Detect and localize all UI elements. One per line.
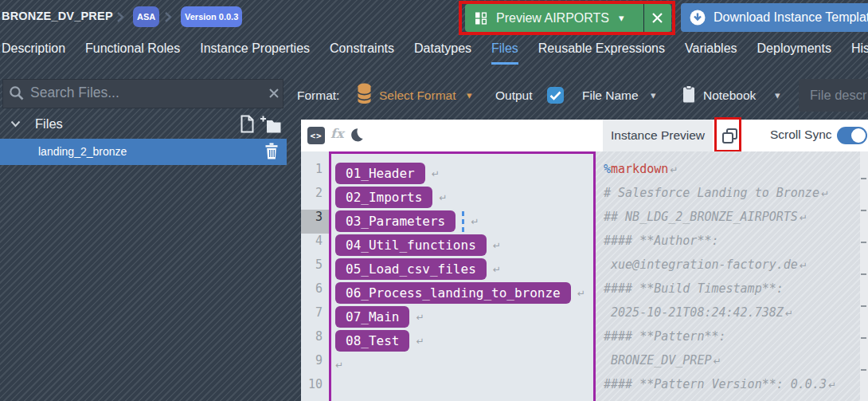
breadcrumb-chevron-icon	[116, 11, 124, 23]
line-number-2: 2	[301, 186, 329, 210]
line-number-3: 3	[301, 210, 329, 234]
tab-datatypes[interactable]: Datatypes	[414, 40, 471, 65]
cell-pill-06_process_landing_to_bronze[interactable]: 06_Process_landing_to_bronze	[335, 282, 571, 304]
clipboard-icon	[682, 85, 695, 103]
scroll-sync-toggle[interactable]	[837, 127, 867, 144]
preview-line-2: # Salesforce Landing to Bronze↵	[604, 186, 829, 210]
chevron-down-icon: ▾	[775, 89, 780, 101]
code-line-2: 02_Imports↵	[335, 187, 447, 208]
tab-constraints[interactable]: Constraints	[330, 40, 394, 65]
cell-pill-05_load_csv_files[interactable]: 05_Load_csv_files	[335, 258, 487, 280]
preview-token: #### **Pattern Version**: 0.0.3	[604, 377, 827, 391]
file-name-dropdown[interactable]: File Name	[582, 88, 639, 103]
code-line-6: 06_Process_landing_to_bronze↵	[335, 282, 585, 304]
return-symbol: ↵	[577, 288, 585, 299]
download-instance-template-button[interactable]: Download Instance Template	[681, 3, 868, 32]
scrollbar-mark	[861, 337, 866, 339]
scrollbar-mark	[861, 273, 866, 275]
line-number-9: 9	[301, 353, 329, 377]
select-format-dropdown[interactable]: Select Format	[379, 88, 456, 103]
files-tree-root[interactable]: Files	[35, 116, 63, 132]
new-file-icon[interactable]	[240, 115, 255, 133]
return-symbol: ↵	[670, 164, 678, 175]
scrollbar-mark	[861, 369, 866, 371]
cell-pill-03_parameters[interactable]: 03_Parameters	[335, 210, 456, 232]
file-description-placeholder: File descr	[810, 88, 867, 103]
preview-line-7: 2025-10-21T08:24:42.738Z↵	[604, 305, 793, 329]
download-icon	[689, 9, 706, 26]
preview-scrollbar[interactable]	[860, 151, 868, 401]
new-folder-icon[interactable]	[260, 116, 281, 133]
badge-version: Version 0.0.3	[181, 6, 242, 27]
chevron-down-icon: ▾	[467, 89, 472, 101]
return-symbol: ↵	[713, 356, 721, 367]
return-symbol: ↵	[800, 212, 807, 223]
cell-pill-04_util_functions[interactable]: 04_Util_functions	[335, 234, 487, 256]
preview-token: 2025-10-21T08:24:42.738Z	[604, 305, 784, 320]
function-icon[interactable]: fx	[330, 126, 343, 141]
dark-mode-moon-icon[interactable]	[348, 127, 365, 143]
cell-pill-01_header[interactable]: 01_Header	[335, 163, 425, 184]
scrollbar-mark	[861, 305, 866, 307]
breadcrumb-title[interactable]: BRONZE_DV_PREP	[2, 10, 113, 22]
preview-token: BRONZE_DV_PREP	[604, 353, 711, 368]
tab-functional-roles[interactable]: Functional Roles	[85, 40, 180, 65]
notebook-dropdown[interactable]: Notebook	[703, 88, 756, 103]
preview-token: #### **Build Timestamp**:	[604, 281, 784, 296]
trash-icon[interactable]	[264, 143, 279, 159]
page: BRONZE_DV_PREP ASA Version 0.0.3 Preview…	[0, 0, 868, 401]
code-line-3: 03_Parameters↵	[335, 210, 479, 232]
code-editor[interactable]: 01_Header↵02_Imports↵03_Parameters↵04_Ut…	[329, 151, 596, 401]
return-symbol: ↵	[439, 192, 447, 203]
return-symbol: ↵	[335, 360, 343, 371]
line-number-4: 4	[301, 234, 329, 258]
instance-preview-tab[interactable]: Instance Preview	[603, 120, 713, 151]
return-symbol: ↵	[785, 308, 793, 319]
line-number-7: 7	[301, 305, 329, 329]
check-icon	[549, 91, 561, 100]
cell-pill-08_test[interactable]: 08_Test	[335, 330, 409, 352]
code-line-8: 08_Test↵	[335, 330, 424, 352]
preview-token: %	[604, 162, 611, 176]
text-cursor	[462, 211, 464, 232]
tab-files[interactable]: Files	[491, 40, 518, 65]
line-number-1: 1	[301, 162, 329, 186]
tab-reusable-expressions[interactable]: Reusable Expressions	[538, 40, 665, 65]
code-line-7: 07_Main↵	[335, 306, 424, 328]
chevron-down-icon[interactable]	[10, 120, 21, 128]
return-symbol: ↵	[432, 168, 440, 179]
tab-variables[interactable]: Variables	[685, 40, 737, 65]
tab-history[interactable]: History	[851, 40, 868, 65]
scrollbar-mark	[861, 178, 866, 179]
return-symbol: ↵	[828, 379, 836, 391]
code-line-1: 01_Header↵	[335, 163, 440, 184]
code-line-4: 04_Util_functions↵	[335, 234, 501, 256]
scrollbar-mark	[861, 242, 866, 243]
chevron-down-icon: ▾	[651, 89, 656, 101]
preview-line-3: ## NB_LDG_2_BRONZE_AIRPORTS↵	[604, 210, 807, 234]
return-symbol: ↵	[493, 264, 501, 275]
preview-token: # Salesforce Landing to Bronze	[604, 186, 819, 200]
output-checkbox[interactable]	[547, 87, 564, 104]
code-snippet-icon[interactable]: <>	[307, 127, 325, 144]
return-symbol: ↵	[416, 312, 424, 323]
preview-token: markdown	[611, 162, 668, 176]
return-symbol: ↵	[416, 336, 424, 347]
breadcrumb-chevron-icon	[164, 11, 172, 23]
cell-pill-02_imports[interactable]: 02_Imports	[335, 187, 432, 208]
tab-instance-properties[interactable]: Instance Properties	[200, 40, 310, 65]
clear-search-icon[interactable]	[268, 88, 280, 99]
tab-description[interactable]: Description	[2, 40, 65, 65]
code-line-9: ↵	[335, 354, 343, 375]
cell-pill-07_main[interactable]: 07_Main	[335, 306, 409, 328]
preview-line-8: #### **Pattern**:	[604, 329, 726, 353]
tab-deployments[interactable]: Deployments	[757, 40, 831, 65]
line-number-10: 10	[301, 377, 329, 401]
preview-token: xue@integration-factory.de	[604, 258, 798, 272]
line-number-gutter: 12345678910	[301, 151, 329, 401]
database-icon	[358, 83, 371, 104]
return-symbol: ↵	[821, 188, 829, 199]
download-button-label: Download Instance Template	[714, 10, 868, 25]
preview-token: #### **Pattern**:	[604, 329, 726, 344]
toggle-knob	[851, 128, 866, 143]
